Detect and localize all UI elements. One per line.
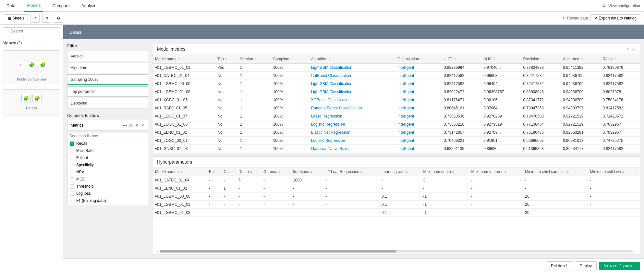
- col-auc-menu[interactable]: ≡: [493, 57, 495, 61]
- h-scrollbar[interactable]: [160, 250, 633, 253]
- hyp-col-lr-menu[interactable]: ≡: [406, 170, 408, 174]
- listbox-item[interactable]: F1 (training data): [67, 197, 148, 204]
- view-configuration-link[interactable]: ⚙ View configuration: [602, 4, 640, 8]
- table-row[interactable]: v01_ELNC_01_02-1---------: [152, 184, 640, 192]
- view-config-button[interactable]: View configuration: [599, 262, 640, 270]
- td-precision: 0.76190476: [521, 129, 560, 137]
- table-row[interactable]: v01_XGBC_01_06No1100%XGBoost Classificat…: [152, 96, 640, 104]
- td-f1: 0.82022472: [441, 88, 481, 96]
- hyp-col-name-sort[interactable]: ↑: [178, 170, 179, 174]
- table-row[interactable]: v01_LGBMC_00_00------0.1-1-20-: [152, 192, 640, 201]
- hyp-col-minw-menu[interactable]: ≡: [622, 170, 624, 174]
- td-recall: 0.82417582: [600, 145, 640, 153]
- nav-compare[interactable]: Compare: [50, 0, 72, 12]
- table-row[interactable]: v01_CATBC_01_04--6-1000--3---: [152, 176, 640, 184]
- check-icon[interactable]: ✓: [141, 123, 145, 128]
- col-algorithm-menu[interactable]: ≡: [329, 57, 331, 61]
- filter-top-performer[interactable]: Top performer: [67, 86, 148, 97]
- prev-arrow[interactable]: ‹: [625, 46, 629, 52]
- hyp-col-maxd-menu[interactable]: ≡: [452, 170, 454, 174]
- filter-sampling[interactable]: Sampling 100%: [67, 74, 148, 85]
- col-top-menu[interactable]: ≡: [225, 57, 227, 61]
- filter-panel: Filter Version Algorithm Sampling 100% T…: [67, 43, 148, 254]
- td-algorithm: Logistic Regression: [309, 120, 395, 129]
- hyp-col-iter-menu[interactable]: ≡: [310, 170, 312, 174]
- scroll-right-icon[interactable]: ›: [634, 249, 635, 254]
- sheets-button[interactable]: ▦ Sheets: [4, 14, 28, 22]
- delete-button[interactable]: Delete v1: [546, 261, 572, 270]
- col-version-menu[interactable]: ≡: [254, 57, 256, 61]
- hyp-col-maxf-menu[interactable]: ≡: [504, 170, 506, 174]
- forward-icon[interactable]: ↻: [42, 14, 51, 23]
- listbox-search: [67, 132, 148, 140]
- deploy-button[interactable]: Deploy: [575, 261, 597, 270]
- listbox-item[interactable]: Fallout: [67, 154, 148, 161]
- hyp-col-b-menu[interactable]: ≡: [213, 170, 215, 174]
- scroll-left-icon[interactable]: ‹: [157, 249, 158, 254]
- hyper-table-wrap[interactable]: Model name↑≡ B≡ C≡ Depth≡ Gamma≡ Iterati…: [152, 168, 640, 248]
- hyp-col-depth-menu[interactable]: ≡: [250, 170, 252, 174]
- nav-data[interactable]: Data: [4, 0, 18, 12]
- table-row[interactable]: v01_LOGC_01_00No1100%Logistic Regression…: [152, 120, 640, 129]
- col-menu-icon[interactable]: ≡: [178, 57, 180, 61]
- table-row[interactable]: v01_CATBC_01_04No1100%CatBoost Classific…: [152, 72, 640, 80]
- col-model-name: Model name: [155, 57, 176, 61]
- listbox-item[interactable]: Miss Rate: [67, 147, 148, 154]
- close-icon[interactable]: ✕: [135, 123, 139, 128]
- hyp-td-l2: -: [323, 176, 379, 184]
- details-card[interactable]: 🧩 🧩 Details: [3, 89, 60, 116]
- filter-algorithm[interactable]: Algorithm: [67, 63, 148, 73]
- filter-version[interactable]: Version: [67, 51, 148, 61]
- td-top: No: [215, 96, 237, 104]
- next-arrow[interactable]: ›: [631, 46, 635, 52]
- listbox-scroll[interactable]: ✓RecallMiss RateFalloutSpecificityNPVMCC…: [67, 140, 148, 205]
- hyp-col-name-menu[interactable]: ≡: [181, 170, 183, 174]
- table-row[interactable]: v01_LGBMC_01_01Yes1100%LightGBM Classifi…: [152, 64, 640, 72]
- table-row[interactable]: v01_ELNC_01_02No1100%Elastic Net Regress…: [152, 129, 640, 137]
- reload-button[interactable]: ↻ Reload data: [563, 16, 588, 20]
- model-comparison-card[interactable]: + 🧩 🧩 Model comparison: [3, 50, 60, 84]
- nav-analyze[interactable]: Analyze: [79, 0, 99, 12]
- table-row[interactable]: v01_RAFC_01_05No1100%Random Forest Class…: [152, 104, 640, 112]
- hyp-col-c-menu[interactable]: ≡: [228, 170, 230, 174]
- sheets-icon: ▦: [7, 16, 11, 20]
- col-f1-menu[interactable]: ≡: [454, 57, 456, 61]
- nav-models[interactable]: Models: [24, 0, 43, 12]
- hyp-col-gamma-menu[interactable]: ≡: [279, 170, 281, 174]
- table-row[interactable]: v01_LGBMC_00_00No1100%LightGBM Classific…: [152, 80, 640, 88]
- col-recall-menu[interactable]: ≡: [615, 57, 617, 61]
- table-row[interactable]: v01_LGBMC_01_01------0.1-1-20-: [152, 201, 640, 209]
- col-accuracy-menu[interactable]: ≡: [580, 57, 582, 61]
- listbox-item[interactable]: ✓Recall: [67, 140, 148, 147]
- table-row[interactable]: v01_LGBMC_01_08No1100%LightGBM Classific…: [152, 88, 640, 96]
- settings-icon[interactable]: ⚙: [54, 14, 63, 23]
- col-top: Top: [217, 57, 224, 61]
- target-icon[interactable]: ⊙: [129, 123, 133, 128]
- col-precision-menu[interactable]: ≡: [541, 57, 542, 61]
- listbox-item[interactable]: Threshold: [67, 183, 148, 190]
- td-optimization: Intelligent: [395, 129, 441, 137]
- export-button[interactable]: ↗ Export data to catalog: [590, 14, 640, 22]
- table-row[interactable]: v01_GNBC_01_03No1100%Gaussian Naive Baye…: [152, 145, 640, 153]
- table-row[interactable]: v01_LGBMC_01_08------0.1-1-20-: [152, 209, 640, 217]
- listbox-item[interactable]: NPV: [67, 168, 148, 176]
- td-algorithm: LightGBM Classification: [309, 64, 395, 72]
- search-input[interactable]: [3, 27, 60, 35]
- listbox-search-input[interactable]: [69, 134, 146, 138]
- more-options-icon[interactable]: •••: [122, 123, 127, 128]
- hyp-col-l2-menu[interactable]: ≡: [360, 170, 362, 174]
- filter-deployed[interactable]: Deployed: [67, 98, 148, 108]
- listbox-item[interactable]: MCC: [67, 176, 148, 183]
- table-row[interactable]: v01_LOGC_00_01No1100%Logistic Regression…: [152, 137, 640, 145]
- col-sampling-menu[interactable]: ≡: [291, 57, 293, 61]
- hyp-col-mins-menu[interactable]: ≡: [567, 170, 569, 174]
- listbox-item[interactable]: AUC (training data): [67, 204, 148, 205]
- listbox-item[interactable]: Specificity: [67, 161, 148, 168]
- table-row[interactable]: v01_LSOC_01_07No1100%Lasso RegressionInt…: [152, 112, 640, 120]
- bottom-bar: Delete v1 Deploy View configuration: [63, 258, 644, 273]
- td-version: 1: [237, 112, 271, 120]
- listbox-item[interactable]: Log loss: [67, 190, 148, 197]
- back-icon[interactable]: ↺: [30, 14, 40, 23]
- td-optimization: Intelligent: [395, 96, 441, 104]
- col-opt-menu[interactable]: ≡: [420, 57, 422, 61]
